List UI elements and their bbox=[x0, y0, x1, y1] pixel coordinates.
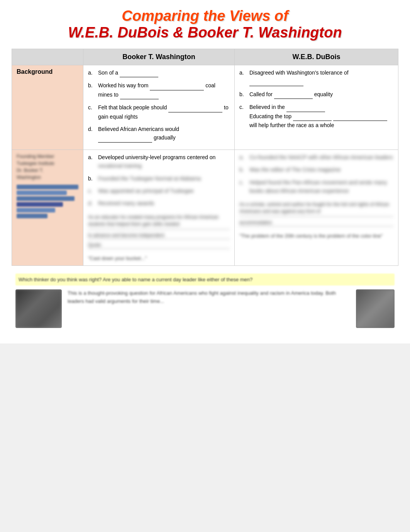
blank bbox=[293, 112, 332, 121]
comparison-table: Booker T. Washington W.E.B. DuBois Backg… bbox=[12, 49, 398, 266]
quote-area: "Cast down your bucket..." bbox=[88, 255, 230, 263]
blank bbox=[98, 133, 152, 142]
dubois-header: W.E.B. DuBois bbox=[235, 49, 398, 65]
thumb-image bbox=[15, 289, 62, 328]
title-line2: W.E.B. DuBois & Booker T. Washington bbox=[12, 24, 398, 41]
dubois-background-cell: a. Disagreed with Washington's tolerance… bbox=[235, 65, 398, 150]
blank bbox=[333, 112, 387, 121]
booker-header: Booker T. Washington bbox=[83, 49, 235, 65]
list-item: b. Was the editor of The Crisis magazine bbox=[239, 165, 393, 174]
booker-background-cell: a. Son of a b. Worked his way from coal … bbox=[83, 65, 235, 150]
list-item: c. Felt that black people should to gain… bbox=[88, 103, 230, 121]
label-col-header bbox=[12, 49, 83, 65]
blurred-content: Co-founded the NAACP with other African … bbox=[249, 153, 393, 161]
blank bbox=[120, 90, 159, 99]
blurred-lines-area: As an educator he created many programs … bbox=[88, 214, 230, 263]
list-item: a. Disagreed with Washington's tolerance… bbox=[239, 68, 393, 86]
blank bbox=[249, 77, 303, 86]
list-item: d. Believed African Americans would grad… bbox=[88, 125, 230, 143]
list-item: c. Believed in the Educating the top wil… bbox=[239, 103, 393, 129]
blank bbox=[274, 90, 313, 99]
blurred-content: Was appointed as principal of Tuskegee bbox=[98, 187, 230, 195]
list-item: a. Son of a bbox=[88, 68, 230, 77]
list-item: d. Received many awards bbox=[88, 199, 230, 207]
blank bbox=[168, 103, 222, 112]
blurred-content: vocational training bbox=[98, 161, 142, 170]
bottom-section: Which thinker do you think was right? Ar… bbox=[12, 274, 398, 328]
accomplishment-row: Founding Member Tuskegee Institute Dr. B… bbox=[12, 150, 398, 266]
list-item: c. Was appointed as principal of Tuskege… bbox=[88, 187, 230, 195]
blurred-content: Founded the Tuskegee Normal at Alabama bbox=[98, 174, 230, 183]
answer-text: This is a thought-provoking question for… bbox=[68, 289, 350, 306]
blurred-lines-area: As a scholar, activist and author he fou… bbox=[239, 201, 393, 240]
accomplishment-side-col: Founding Member Tuskegee Institute Dr. B… bbox=[12, 150, 83, 266]
blurred-content: Helped found the Pan-African movement an… bbox=[249, 178, 393, 195]
list-item: a. Co-founded the NAACP with other Afric… bbox=[239, 153, 393, 161]
title-line1: Comparing the Views of bbox=[12, 8, 398, 24]
blurred-content: Received many awards bbox=[98, 199, 230, 207]
list-item: b. Founded the Tuskegee Normal at Alabam… bbox=[88, 174, 230, 183]
booker-accomplishment-cell: a. Developed university-level programs c… bbox=[83, 150, 235, 266]
thumbnail-right bbox=[356, 289, 395, 328]
blank bbox=[286, 103, 325, 112]
blurred-content: Was the editor of The Crisis magazine bbox=[249, 165, 393, 174]
blank bbox=[150, 81, 204, 90]
background-label: Background bbox=[12, 65, 83, 150]
bottom-answer-area: This is a thought-provoking question for… bbox=[15, 289, 395, 328]
table-header-row: Booker T. Washington W.E.B. DuBois bbox=[12, 49, 398, 65]
dubois-quote-area: "The problem of the 20th century is the … bbox=[239, 232, 393, 240]
side-blurred-text: Founding Member Tuskegee Institute Dr. B… bbox=[17, 153, 78, 181]
list-item: c. Helped found the Pan-African movement… bbox=[239, 178, 393, 195]
thumbnail-left bbox=[15, 289, 62, 328]
page: Comparing the Views of W.E.B. DuBois & B… bbox=[0, 0, 410, 343]
dubois-accomplishment-cell: a. Co-founded the NAACP with other Afric… bbox=[235, 150, 398, 266]
list-item: b. Called for equality bbox=[239, 90, 393, 99]
blank bbox=[120, 68, 158, 77]
list-item: b. Worked his way from coal mines to bbox=[88, 81, 230, 99]
thumb-right-image bbox=[356, 289, 395, 328]
list-item: a. Developed university-level programs c… bbox=[88, 153, 230, 170]
background-row: Background a. Son of a b. bbox=[12, 65, 398, 150]
bottom-question: Which thinker do you think was right? Ar… bbox=[15, 274, 395, 286]
title-block: Comparing the Views of W.E.B. DuBois & B… bbox=[12, 8, 398, 41]
side-image-area bbox=[17, 185, 78, 218]
